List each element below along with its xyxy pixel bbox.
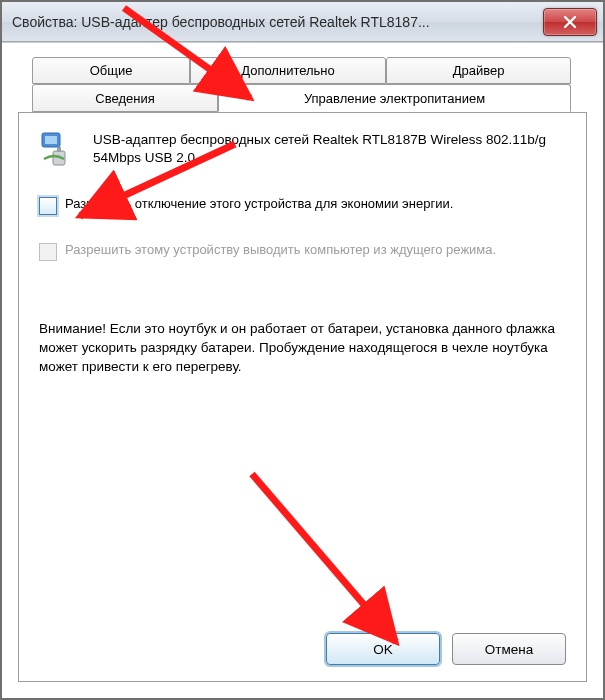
tab-label: Сведения [95, 91, 154, 106]
svg-rect-3 [45, 136, 57, 144]
ok-button[interactable]: OK [326, 633, 440, 665]
tab-details[interactable]: Сведения [32, 84, 218, 112]
close-icon [563, 15, 577, 29]
button-label: OK [373, 642, 393, 657]
button-bar: OK Отмена [326, 633, 566, 665]
button-label: Отмена [485, 642, 533, 657]
tab-driver[interactable]: Драйвер [386, 57, 571, 84]
close-button[interactable] [543, 8, 597, 36]
tab-general[interactable]: Общие [32, 57, 190, 84]
allow-power-off-label: Разрешить отключение этого устройства дл… [65, 195, 453, 213]
network-adapter-icon [39, 129, 79, 169]
properties-dialog: Свойства: USB-адаптер беспроводных сетей… [0, 0, 605, 700]
title-bar: Свойства: USB-адаптер беспроводных сетей… [2, 2, 603, 42]
tab-container: Общие Дополнительно Драйвер Сведения Упр… [18, 57, 587, 682]
allow-wake-checkbox [39, 243, 57, 261]
tab-strip: Общие Дополнительно Драйвер Сведения Упр… [18, 57, 587, 113]
allow-wake-label: Разрешить этому устройству выводить комп… [65, 241, 496, 259]
cancel-button[interactable]: Отмена [452, 633, 566, 665]
client-area: Общие Дополнительно Драйвер Сведения Упр… [2, 42, 603, 698]
allow-wake-row: Разрешить этому устройству выводить комп… [39, 241, 566, 261]
tab-power-management[interactable]: Управление электропитанием [218, 84, 571, 112]
allow-power-off-checkbox[interactable] [39, 197, 57, 215]
tab-label: Общие [90, 63, 133, 78]
svg-rect-5 [57, 147, 61, 152]
tab-label: Дополнительно [241, 63, 335, 78]
device-header: USB-адаптер беспроводных сетей Realtek R… [39, 129, 566, 169]
tab-label: Драйвер [453, 63, 505, 78]
tab-advanced[interactable]: Дополнительно [190, 57, 386, 84]
warning-text: Внимание! Если это ноутбук и он работает… [39, 319, 566, 376]
window-title: Свойства: USB-адаптер беспроводных сетей… [12, 14, 543, 30]
device-name: USB-адаптер беспроводных сетей Realtek R… [93, 129, 566, 169]
tab-pane: USB-адаптер беспроводных сетей Realtek R… [18, 112, 587, 682]
allow-power-off-row: Разрешить отключение этого устройства дл… [39, 195, 566, 215]
tab-label: Управление электропитанием [304, 91, 485, 106]
